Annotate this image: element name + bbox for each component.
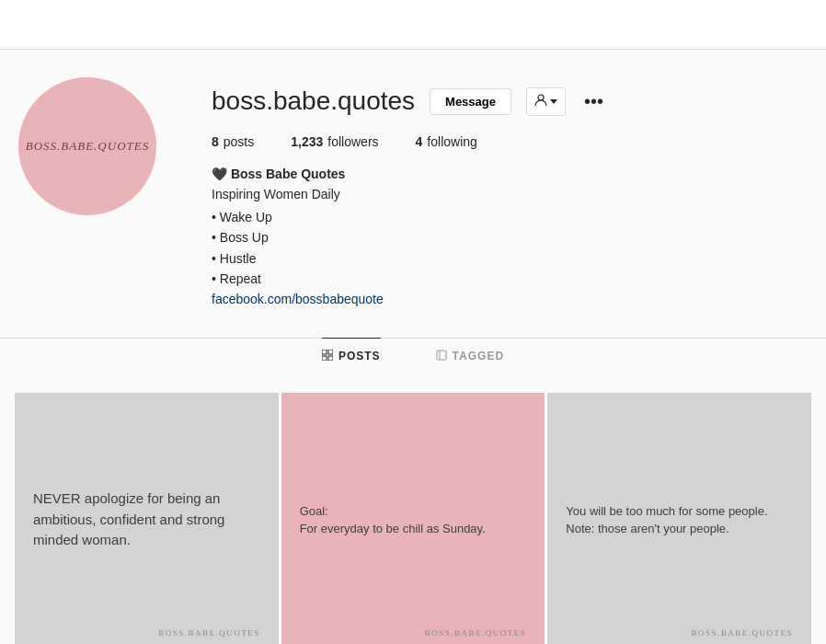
bio-list-item: • Boss Up <box>212 227 808 247</box>
svg-rect-3 <box>322 356 327 361</box>
person-icon <box>534 94 547 109</box>
posts-label: posts <box>224 134 254 149</box>
following-label: following <box>427 134 476 149</box>
bio-list-item: • Hustle <box>212 248 808 269</box>
following-count: 4 <box>416 134 423 149</box>
grid-icon <box>322 350 333 363</box>
bio-list: • Wake Up • Boss Up • Hustle • Repeat <box>212 207 808 290</box>
avatar-container: BOSS.BABE.QUOTES <box>18 77 156 215</box>
bio-name: 🖤 Boss Babe Quotes <box>212 164 808 184</box>
tab-tagged-label: TAGGED <box>453 350 504 362</box>
followers-stat[interactable]: 1,233 followers <box>291 134 378 149</box>
post-quote: You will be too much for some people. No… <box>566 411 793 629</box>
username: boss.babe.quotes <box>212 86 415 116</box>
bio-section: 🖤 Boss Babe Quotes Inspiring Women Daily… <box>212 164 808 310</box>
svg-rect-4 <box>328 356 333 361</box>
followers-label: followers <box>327 134 378 149</box>
followers-count: 1,233 <box>291 134 323 149</box>
posts-stat: 8 posts <box>212 134 254 149</box>
profile-section: BOSS.BABE.QUOTES boss.babe.quotes Messag… <box>0 50 826 310</box>
avatar-text: BOSS.BABE.QUOTES <box>26 138 149 155</box>
post-tile[interactable]: You will be too much for some people. No… <box>547 393 811 644</box>
posts-grid: NEVER apologize for being an ambitious, … <box>0 393 826 644</box>
profile-header-row: boss.babe.quotes Message ••• <box>212 86 808 116</box>
bio-list-item: • Repeat <box>212 269 808 289</box>
post-watermark: BOSS.BABE.QUOTES <box>691 628 793 638</box>
post-quote: Goal: For everyday to be chill as Sunday… <box>300 411 527 629</box>
tabs-section: POSTS TAGGED <box>0 338 826 374</box>
follow-dropdown-button[interactable] <box>526 87 566 116</box>
bio-link[interactable]: facebook.com/bossbabequote <box>212 292 384 306</box>
post-quote: NEVER apologize for being an ambitious, … <box>33 411 260 629</box>
bio-list-item: • Wake Up <box>212 207 808 227</box>
bio-tagline: Inspiring Women Daily <box>212 184 808 204</box>
stats-row: 8 posts 1,233 followers 4 following <box>212 134 808 149</box>
posts-count: 8 <box>212 134 219 149</box>
following-stat[interactable]: 4 following <box>416 134 477 149</box>
tab-tagged[interactable]: TAGGED <box>436 338 504 374</box>
post-tile[interactable]: Goal: For everyday to be chill as Sunday… <box>281 393 545 644</box>
chevron-down-icon <box>550 99 557 104</box>
post-tile[interactable]: NEVER apologize for being an ambitious, … <box>15 393 279 644</box>
svg-rect-5 <box>437 351 446 360</box>
message-button[interactable]: Message <box>430 88 511 115</box>
tag-icon <box>436 350 447 363</box>
post-watermark: BOSS.BABE.QUOTES <box>425 628 527 638</box>
top-nav <box>0 0 826 50</box>
avatar: BOSS.BABE.QUOTES <box>18 77 156 215</box>
svg-point-0 <box>538 95 544 100</box>
svg-rect-1 <box>322 350 327 354</box>
tab-posts-label: POSTS <box>338 350 381 362</box>
more-options-button[interactable]: ••• <box>580 91 607 112</box>
profile-info: boss.babe.quotes Message ••• 8 posts 1,2… <box>212 77 808 310</box>
svg-rect-2 <box>328 350 333 354</box>
post-watermark: BOSS.BABE.QUOTES <box>158 628 260 638</box>
tab-posts[interactable]: POSTS <box>322 338 381 374</box>
